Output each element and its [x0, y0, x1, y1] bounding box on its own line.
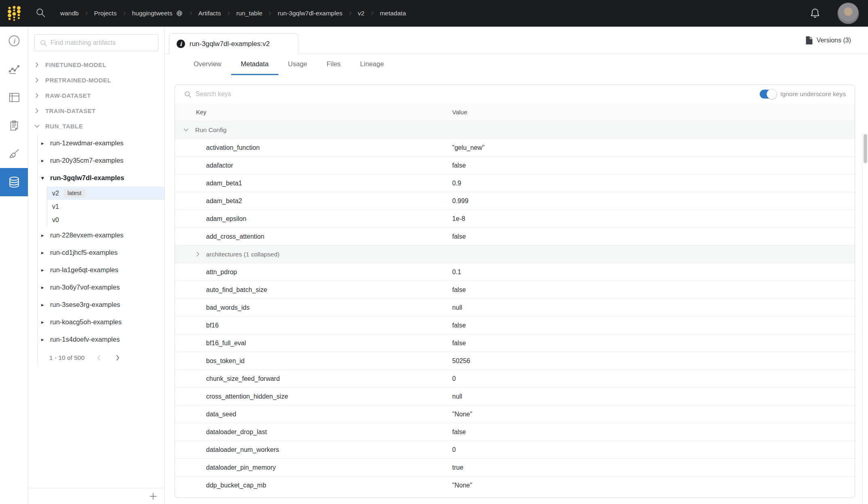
- artifact-search-box[interactable]: [34, 34, 158, 51]
- metadata-search-input[interactable]: Search keys: [196, 90, 760, 98]
- artifact-collection-run-3sese3rg-examples[interactable]: ▸run-3sese3rg-examples: [38, 296, 164, 313]
- pagination-prev-icon[interactable]: [95, 354, 103, 362]
- artifact-collection-run-1zewdmar-examples[interactable]: ▸run-1zewdmar-examples: [38, 134, 164, 152]
- artifact-collection-label: run-1zewdmar-examples: [50, 139, 124, 147]
- rail-item-table[interactable]: [0, 83, 28, 111]
- metadata-row: attn_pdrop0.1: [175, 263, 855, 281]
- artifact-type-label: PRETRAINED-MODEL: [45, 77, 111, 84]
- artifact-collection-run-228evxem-examples[interactable]: ▸run-228evxem-examples: [38, 227, 164, 244]
- pagination-next-icon[interactable]: [114, 354, 122, 362]
- breadcrumb-item[interactable]: Artifacts: [198, 10, 221, 17]
- notifications-bell-icon[interactable]: [809, 7, 821, 19]
- search-icon[interactable]: [35, 7, 47, 19]
- artifact-type-pretrained-model[interactable]: PRETRAINED-MODEL: [28, 72, 164, 88]
- artifact-search-input[interactable]: [51, 39, 153, 46]
- metadata-value: false: [452, 340, 466, 347]
- version-label: v1: [52, 203, 59, 210]
- main-panel: i run-3gqlw7dl-examples:v2 Versions (3) …: [165, 27, 868, 504]
- breadcrumb-item[interactable]: Projects: [94, 10, 117, 17]
- add-artifact-plus-icon[interactable]: [148, 491, 158, 501]
- rail-item-database[interactable]: [0, 168, 28, 196]
- breadcrumb-item[interactable]: wandb: [60, 10, 79, 17]
- artifact-type-finetuned-model[interactable]: FINETUNED-MODEL: [28, 57, 164, 72]
- breadcrumb-separator-icon: [122, 11, 127, 16]
- version-item-v1[interactable]: v1: [47, 200, 164, 213]
- breadcrumb-separator-icon: [348, 11, 353, 16]
- metadata-value: 0.9: [452, 180, 461, 187]
- chevron-down-icon: [183, 127, 189, 133]
- metadata-row: dataloader_num_workers0: [175, 441, 855, 459]
- tab-files[interactable]: Files: [317, 54, 350, 75]
- tab-overview[interactable]: Overview: [184, 54, 231, 75]
- metadata-row: dataloader_pin_memorytrue: [175, 459, 855, 477]
- metadata-row: bos_token_id50256: [175, 352, 855, 370]
- rail-item-chart[interactable]: [0, 55, 28, 83]
- artifact-collection-run-la1ge6qt-examples[interactable]: ▸run-la1ge6qt-examples: [38, 261, 164, 279]
- version-item-v0[interactable]: v0: [47, 213, 164, 227]
- latest-badge: latest: [64, 189, 85, 197]
- version-list: v2latestv1v0: [47, 187, 164, 227]
- artifact-type-train-dataset[interactable]: TRAIN-DATASET: [28, 103, 164, 118]
- metadata-row: bf16_full_evalfalse: [175, 334, 855, 352]
- metadata-row: cross_attention_hidden_sizenull: [175, 388, 855, 405]
- app-frame: i FINETUNED-MODELPRETRAINED-MODELRAW-DAT…: [0, 27, 868, 504]
- artifact-tabs: OverviewMetadataUsageFilesLineage: [165, 54, 868, 75]
- chevron-right-icon: [34, 92, 40, 99]
- ignore-underscore-label: Ignore underscore keys: [780, 90, 846, 98]
- metadata-key: data_seed: [175, 411, 236, 418]
- rail-item-info[interactable]: i: [0, 27, 28, 55]
- artifact-type-raw-dataset[interactable]: RAW-DATASET: [28, 88, 164, 103]
- version-item-v2[interactable]: v2latest: [47, 187, 164, 200]
- metadata-key: activation_function: [175, 144, 260, 151]
- top-navbar: wandbProjectshuggingtweetsArtifactsrun_t…: [0, 0, 868, 27]
- breadcrumb-separator-icon: [84, 11, 89, 16]
- tab-metadata[interactable]: Metadata: [231, 54, 278, 75]
- versions-button-label: Versions (3): [817, 37, 851, 44]
- metadata-row: bf16false: [175, 317, 855, 334]
- metadata-value: null: [452, 393, 462, 400]
- breadcrumb-item[interactable]: huggingtweets: [132, 10, 183, 17]
- metadata-table-header: Key Value: [175, 103, 855, 121]
- avatar[interactable]: [837, 2, 859, 24]
- rail-item-broom[interactable]: [0, 140, 28, 168]
- artifact-type-run_table[interactable]: RUN_TABLE: [28, 118, 164, 134]
- artifact-version-tab[interactable]: i run-3gqlw7dl-examples:v2: [169, 33, 298, 54]
- artifact-collection-run-3o6y7vof-examples[interactable]: ▸run-3o6y7vof-examples: [38, 279, 164, 296]
- metadata-group-row[interactable]: Run Config: [175, 121, 855, 139]
- info-icon: i: [7, 34, 21, 48]
- metadata-group-row[interactable]: architectures (1 collapsed): [175, 246, 855, 263]
- metadata-row: dataloader_drop_lastfalse: [175, 423, 855, 441]
- metadata-row: adam_beta20.999: [175, 192, 855, 210]
- pagination-range-label: 1 - 10 of 500: [49, 354, 84, 361]
- metadata-key: dataloader_drop_last: [175, 428, 267, 436]
- breadcrumb-item[interactable]: v2: [358, 10, 364, 17]
- breadcrumb-item[interactable]: run_table: [236, 10, 263, 17]
- artifact-collection-label: run-228evxem-examples: [50, 231, 124, 239]
- tab-lineage[interactable]: Lineage: [350, 54, 394, 75]
- metadata-value: "gelu_new": [452, 144, 485, 151]
- breadcrumb-item[interactable]: metadata: [380, 10, 406, 17]
- scrollbar-thumb[interactable]: [864, 134, 867, 163]
- metadata-key: adam_beta1: [175, 180, 242, 187]
- metadata-row: chunk_size_feed_forward0: [175, 370, 855, 388]
- vertical-scrollbar[interactable]: [862, 133, 868, 504]
- rail-item-report[interactable]: [0, 111, 28, 140]
- artifact-collection-run-3gqlw7dl-examples[interactable]: ▾run-3gqlw7dl-examples: [38, 169, 164, 187]
- metadata-row: auto_find_batch_sizefalse: [175, 281, 855, 299]
- versions-button[interactable]: Versions (3): [805, 36, 851, 44]
- artifact-collection-run-1s4doefv-examples[interactable]: ▸run-1s4doefv-examples: [38, 331, 164, 348]
- artifact-collection-run-koacg5oh-examples[interactable]: ▸run-koacg5oh-examples: [38, 313, 164, 331]
- breadcrumb-item-label: metadata: [380, 10, 406, 17]
- breadcrumb-item[interactable]: run-3gqlw7dl-examples: [278, 10, 342, 17]
- artifact-type-label: RAW-DATASET: [45, 92, 91, 99]
- metadata-value: false: [452, 162, 466, 169]
- metadata-key: dataloader_num_workers: [175, 446, 279, 454]
- artifact-collection-label: run-20y35cm7-examples: [50, 157, 124, 164]
- ignore-underscore-toggle[interactable]: [760, 90, 776, 99]
- sidebar-footer: [28, 488, 164, 504]
- tab-usage[interactable]: Usage: [278, 54, 317, 75]
- wandb-logo[interactable]: [5, 4, 23, 22]
- artifact-collection-run-20y35cm7-examples[interactable]: ▸run-20y35cm7-examples: [38, 152, 164, 169]
- artifact-collection-run-cd1jhcf5-examples[interactable]: ▸run-cd1jhcf5-examples: [38, 244, 164, 261]
- metadata-key: bf16: [175, 322, 219, 329]
